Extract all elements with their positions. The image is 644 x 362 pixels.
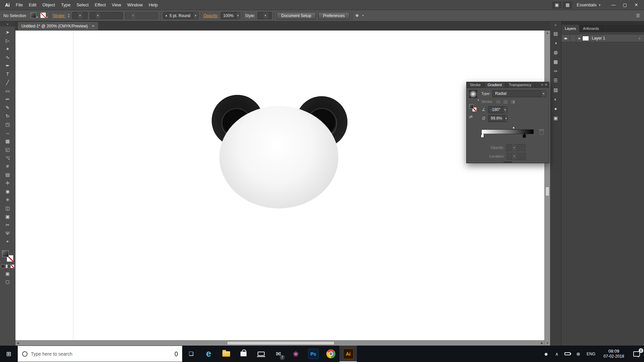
- eyedropper-tool[interactable]: ✛: [1, 179, 14, 187]
- panel-resize-grip[interactable]: [467, 161, 549, 163]
- scroll-left-icon[interactable]: ◀: [17, 341, 19, 346]
- free-transform-tool[interactable]: ▦: [1, 137, 14, 145]
- gradient-panel-tab[interactable]: Stroke: [467, 82, 484, 87]
- menu-item[interactable]: Effect: [92, 1, 109, 9]
- pen-tool[interactable]: ✒: [1, 61, 14, 70]
- chrome-taskbar-button[interactable]: [322, 346, 339, 362]
- search-input[interactable]: [31, 351, 171, 357]
- toolbar-expand-icon[interactable]: »: [0, 21, 15, 26]
- gradient-stop-end[interactable]: [523, 135, 526, 138]
- layer-name[interactable]: Layer 1: [592, 36, 638, 41]
- vertical-scrollbar[interactable]: ▲ ▼: [544, 31, 550, 346]
- color-panel-icon[interactable]: ▤: [551, 29, 561, 38]
- mesh-tool[interactable]: #: [1, 162, 14, 170]
- fill-stroke-proxy[interactable]: [2, 250, 13, 262]
- layers-panel-tab[interactable]: Layers: [561, 25, 580, 32]
- zoom-tool[interactable]: ⌖: [1, 237, 14, 246]
- style-combo[interactable]: ▾: [258, 12, 272, 19]
- stroke-weight-stepper[interactable]: ▲▼: [68, 13, 70, 18]
- taskbar-search[interactable]: [17, 346, 182, 362]
- layer-thumbnail[interactable]: [582, 36, 589, 41]
- line-segment-tool[interactable]: ╱: [1, 78, 14, 86]
- lock-toggle[interactable]: [570, 35, 576, 42]
- control-panel-menu-icon[interactable]: ☰: [635, 13, 641, 18]
- pencil-tool[interactable]: ✎: [1, 103, 14, 112]
- mail-taskbar-button[interactable]: ✉7: [270, 346, 287, 362]
- chevron-down-icon[interactable]: ▾: [503, 107, 507, 113]
- gradient-within-stroke-icon[interactable]: ▭: [495, 99, 501, 105]
- document-tab[interactable]: Untitled-1* @ 200% (CMYK/Preview) ✕: [17, 21, 99, 30]
- chevron-down-icon[interactable]: ▾: [236, 12, 239, 19]
- stop-opacity-combo[interactable]: ▾: [506, 144, 526, 151]
- close-tab-icon[interactable]: ✕: [92, 24, 95, 28]
- menu-item[interactable]: View: [109, 1, 124, 9]
- shape-builder-tool[interactable]: ◱: [1, 145, 14, 154]
- task-view-button[interactable]: ❏: [182, 346, 200, 362]
- people-tray-button[interactable]: ☻: [541, 346, 551, 362]
- menu-item[interactable]: Help: [146, 1, 161, 9]
- gradient-panel-tab[interactable]: Gradient: [484, 82, 505, 87]
- appearance-panel-icon[interactable]: ◍: [551, 48, 561, 57]
- start-button[interactable]: ⊞: [0, 346, 17, 362]
- gradient-type-select[interactable]: Radial▾: [492, 90, 546, 97]
- variable-width-profile-combo[interactable]: ▾: [90, 12, 123, 19]
- menu-item[interactable]: Window: [124, 1, 146, 9]
- stroke-color-swatch[interactable]: ▾: [40, 12, 48, 19]
- hand-tool[interactable]: Ψ: [1, 229, 14, 237]
- blend-tool[interactable]: ◉: [1, 187, 14, 195]
- store-taskbar-button[interactable]: [235, 346, 252, 362]
- battery-tray-button[interactable]: [562, 346, 573, 362]
- vscrollbar-thumb[interactable]: [545, 187, 549, 196]
- menu-item[interactable]: File: [13, 1, 26, 9]
- document-setup-button[interactable]: Document Setup: [277, 12, 316, 19]
- chevron-down-icon[interactable]: ▾: [541, 90, 546, 97]
- panel-collapse-icon[interactable]: »: [541, 83, 543, 86]
- chevron-down-icon[interactable]: ▾: [504, 115, 507, 122]
- gradient-panel-tab[interactable]: Transparency: [505, 82, 535, 87]
- target-circle-icon[interactable]: ○: [638, 36, 641, 40]
- expand-arrow-icon[interactable]: ▶: [579, 37, 581, 40]
- paintbrush-tool[interactable]: ✏: [1, 95, 14, 103]
- dock-collapse-icon[interactable]: «: [555, 22, 557, 27]
- stroke-weight-combo[interactable]: ▾: [72, 12, 88, 19]
- gradient-panel-icon[interactable]: ▧: [551, 85, 561, 95]
- symbol-sprayer-tool[interactable]: ✳: [1, 195, 14, 204]
- device-taskbar-button[interactable]: [252, 346, 270, 362]
- color-mode-button[interactable]: [1, 264, 5, 268]
- stroke-panel-icon[interactable]: ☰: [551, 76, 561, 85]
- layers-panel-tab[interactable]: Artboards: [580, 25, 603, 32]
- chevron-down-icon[interactable]: ▾: [95, 12, 100, 19]
- angle-combo[interactable]: -180°▾: [488, 106, 507, 113]
- chevron-down-icon[interactable]: ▾: [77, 12, 83, 19]
- panda-head[interactable]: [219, 106, 338, 208]
- gradient-tool[interactable]: ▤: [1, 170, 14, 179]
- illustrator-taskbar-button[interactable]: Ai: [339, 346, 357, 362]
- photoshop-taskbar-button[interactable]: Ps: [305, 346, 322, 362]
- delete-stop-icon[interactable]: [540, 130, 544, 135]
- gradient-along-stroke-icon[interactable]: ◫: [502, 99, 509, 105]
- network-tray-button[interactable]: ⊕: [573, 346, 584, 362]
- menu-item[interactable]: Type: [58, 1, 73, 9]
- arrange-documents-icon[interactable]: ▦: [563, 2, 572, 8]
- stroke-link[interactable]: Stroke:: [53, 13, 65, 18]
- reverse-gradient-icon[interactable]: ⇄: [469, 114, 473, 119]
- layer-row[interactable]: ◉ ▶ Layer 1 ○: [561, 34, 644, 42]
- horizontal-scrollbar[interactable]: ◀ ▶: [15, 340, 544, 346]
- hscrollbar-thumb[interactable]: [227, 341, 334, 345]
- magic-wand-tool[interactable]: ✶: [1, 45, 14, 53]
- file-explorer-taskbar-button[interactable]: [217, 346, 235, 362]
- stop-location-combo[interactable]: ▾: [506, 153, 526, 160]
- screen-mode-icon[interactable]: ▢: [5, 279, 9, 284]
- menu-item[interactable]: Select: [73, 1, 92, 9]
- panel-menu-icon[interactable]: ≡: [545, 83, 547, 86]
- brush-preset-combo[interactable]: ●5 pt. Round▾: [163, 12, 198, 19]
- scale-tool[interactable]: ◳: [1, 120, 14, 128]
- symbols-panel-icon[interactable]: ●: [551, 104, 561, 113]
- slice-tool[interactable]: ✂: [1, 221, 14, 229]
- perspective-grid-tool[interactable]: ◹: [1, 154, 14, 162]
- selection-tool[interactable]: ➤: [1, 28, 14, 36]
- gradient-swatch[interactable]: [469, 90, 477, 98]
- none-mode-button[interactable]: [10, 264, 14, 268]
- workspace-switcher[interactable]: Essentials ▾: [577, 2, 600, 7]
- opacity-link[interactable]: Opacity:: [204, 13, 218, 18]
